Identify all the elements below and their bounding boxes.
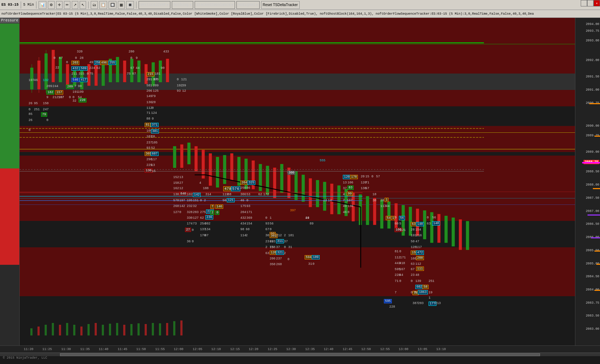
arrow-btn[interactable]: ↗	[72, 1, 78, 9]
box-220: 220	[79, 98, 86, 102]
num-56: 56	[270, 222, 274, 226]
num-112-r: 112	[395, 256, 400, 259]
price-2092: 2092.00	[586, 59, 599, 62]
num-49-b: 49	[305, 216, 309, 220]
num-44-r1: 44	[136, 66, 140, 70]
reset-btn[interactable]: Reset TSDeltaTracker	[261, 1, 300, 9]
num-163-r: 139	[415, 279, 421, 283]
num-223: 223	[270, 240, 275, 243]
box-215: 215	[146, 72, 154, 76]
mode-dropdown[interactable]: StackedImbalance ▼	[195, 1, 235, 9]
num-315: 315	[79, 72, 84, 76]
num-37: 37	[276, 246, 280, 249]
minimize-btn[interactable]: _	[581, 0, 587, 6]
num-237-b: 237	[276, 257, 282, 261]
num-268: 268	[173, 204, 179, 208]
price-2089: 2089.00	[586, 150, 599, 154]
icon-btn-5[interactable]: 🔳	[126, 1, 134, 9]
svg-rect-5	[66, 64, 69, 86]
num-53: 53	[246, 193, 250, 196]
icon-btn-3[interactable]: 🔲	[109, 1, 116, 9]
svg-rect-61	[466, 221, 469, 250]
box-209: 209	[66, 85, 74, 89]
icon-btn-4[interactable]: ▦	[118, 1, 125, 9]
box-99-r: 99	[347, 192, 353, 196]
box-595: 595	[384, 299, 392, 303]
num-2: 2	[204, 199, 206, 202]
num-49: 49	[89, 61, 93, 64]
num-209: 209	[46, 85, 52, 88]
chart-type-btn[interactable]: 📊	[39, 1, 46, 9]
icon-btn-1[interactable]: 🗂	[91, 1, 98, 9]
num-212-b: 212	[276, 234, 282, 237]
box-81: 81	[145, 123, 151, 127]
box-472: 472	[416, 251, 424, 255]
box-840: 840	[179, 192, 187, 196]
timeframe-label: 5 Min	[23, 3, 34, 7]
num-212: 212	[52, 96, 58, 99]
num-67-r2: 67	[130, 66, 134, 70]
svg-rect-23	[195, 146, 198, 171]
icon-btn-2[interactable]: 📋	[99, 1, 107, 9]
settings-btn[interactable]: ⚙	[48, 1, 55, 9]
num-0-75: 0	[87, 72, 89, 76]
num-291: 291	[146, 78, 152, 81]
num-102: 102	[187, 193, 192, 196]
draw-btn[interactable]: ✏	[64, 1, 70, 9]
num-0-top2: 0	[75, 56, 77, 60]
price-2083: 2083.00	[586, 327, 599, 331]
chevron-down-icon-4: ▼	[256, 3, 258, 6]
num-60: 60	[246, 228, 250, 231]
scrollbar[interactable]	[0, 353, 600, 356]
num-154-r: 154	[415, 228, 421, 232]
num-105: 105	[152, 141, 158, 145]
filter-dropdown[interactable]: Nothing ▼	[172, 1, 193, 9]
box-594: 594	[305, 255, 312, 259]
style-dropdown[interactable]: VerticalCVAP ▼	[139, 1, 170, 9]
svg-rect-89	[123, 325, 125, 335]
num-98: 98	[240, 228, 244, 231]
time-1305: 13:05	[418, 348, 427, 351]
svg-rect-49	[380, 200, 383, 228]
num-174: 174	[187, 222, 192, 226]
num-79: 79	[152, 95, 156, 98]
pressure-empty	[0, 265, 19, 345]
num-26-2: 26	[29, 118, 32, 122]
num-62-b: 62	[258, 193, 262, 196]
box-607: 607	[151, 152, 159, 156]
num-114: 114	[240, 234, 246, 237]
chart-area[interactable]: 197 26 0 85 26 0 46 95 251 132 150 247 7…	[20, 18, 575, 345]
num-555: 555	[320, 159, 325, 162]
time-1230: 12:30	[286, 348, 296, 351]
price-2093: 2093.00	[586, 39, 599, 42]
num-2-m1: 2	[265, 246, 267, 249]
num-117: 117	[151, 158, 157, 161]
num-crosshair: 300	[288, 171, 295, 175]
box-204: 204	[240, 181, 248, 185]
svg-rect-85	[95, 323, 97, 335]
num-0-67: 0	[270, 228, 271, 231]
num-0-3c: 0	[284, 246, 286, 249]
price-2086-5: 2086.50	[586, 222, 599, 226]
num-19-r: 19	[429, 291, 432, 294]
signal-dropdown[interactable]: NoSignal ▼	[236, 1, 260, 9]
time-1120: 11:20	[24, 348, 33, 351]
close-btn[interactable]: ✕	[594, 0, 600, 6]
num-112-rr: 112	[415, 262, 421, 266]
cursor-btn[interactable]: ↖	[80, 1, 86, 9]
num-330: 330	[187, 216, 192, 220]
num-0-36: 0	[192, 240, 194, 243]
num-0-m1: 0	[265, 216, 267, 220]
maximize-btn[interactable]: □	[587, 0, 594, 6]
pencil-icon: ✏	[66, 3, 69, 7]
box-120-r: 120	[343, 175, 351, 179]
num-0-v1: 0	[72, 96, 74, 99]
time-1255: 12:55	[380, 348, 390, 351]
svg-rect-93	[152, 323, 154, 335]
num-12-b: 12	[179, 187, 183, 190]
toolbar-separator-2	[36, 1, 36, 9]
box-111: 111	[416, 267, 424, 271]
crosshair-btn[interactable]: ✛	[56, 1, 62, 9]
box-546: 546	[71, 78, 79, 82]
box-496: 496	[100, 61, 108, 65]
